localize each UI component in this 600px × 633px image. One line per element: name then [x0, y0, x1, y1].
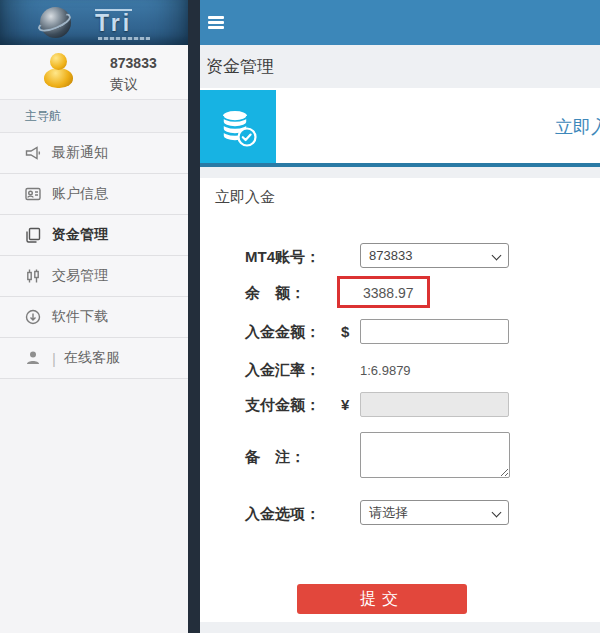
sidebar-item-label: 交易管理	[52, 267, 108, 285]
user-name: 黄议	[110, 76, 138, 94]
payment-amount-input	[360, 392, 509, 417]
tab-header: 立即入金	[200, 88, 600, 167]
payment-amount-label: 支付金额：	[245, 396, 320, 415]
deposit-amount-label: 入金金额：	[245, 323, 320, 342]
id-card-icon	[24, 185, 42, 203]
mt4-account-label: MT4账号：	[245, 248, 320, 267]
user-account-number: 873833	[110, 55, 157, 71]
deposit-rate-value: 1:6.9879	[360, 363, 411, 378]
sidebar-item-label: 在线客服	[64, 349, 120, 367]
page-titlebar: 资金管理	[200, 45, 600, 88]
deposit-amount-input[interactable]	[360, 319, 509, 344]
sidebar-item-support[interactable]: | 在线客服	[0, 338, 188, 379]
copy-pages-icon	[24, 226, 42, 244]
sidebar-item-downloads[interactable]: 软件下载	[0, 297, 188, 338]
topbar	[200, 0, 600, 45]
remark-label: 备 注：	[245, 448, 305, 467]
brand-name: Tri	[95, 9, 132, 35]
sidebar-item-label: 软件下载	[52, 308, 108, 326]
deposit-rate-label: 入金汇率：	[245, 361, 320, 380]
remark-textarea[interactable]	[360, 432, 510, 478]
nav-section-label: 主导航	[0, 100, 188, 133]
globe-logo-icon	[40, 7, 71, 38]
page-title: 资金管理	[206, 55, 274, 78]
megaphone-icon	[24, 144, 42, 162]
main-area: 资金管理 立即入金 立即入金 MT4账号：	[200, 0, 600, 633]
brand-tagline-bar	[98, 37, 150, 40]
deposit-option-select[interactable]: 请选择	[360, 500, 509, 525]
sidebar-item-trades[interactable]: 交易管理	[0, 256, 188, 297]
candlestick-chart-icon	[24, 267, 42, 285]
chevron-down-icon	[493, 252, 501, 260]
sidebar-item-label: 资金管理	[52, 226, 108, 244]
deposit-option-label: 入金选项：	[245, 505, 320, 524]
chevron-down-icon	[493, 509, 501, 517]
coins-check-icon	[200, 90, 276, 163]
balance-highlight-box: 3388.97	[337, 276, 430, 308]
download-circle-icon	[24, 308, 42, 326]
logo-bar: Tri	[0, 0, 188, 45]
dollar-prefix: $	[341, 323, 349, 340]
deposit-panel: 立即入金 MT4账号： 873833 余 额： 3388.97 入金金额： $ …	[200, 178, 600, 622]
person-icon	[24, 349, 42, 367]
tab-deposit-now[interactable]: 立即入金	[555, 115, 600, 139]
mt4-account-select[interactable]: 873833	[360, 243, 509, 268]
app-window: Tri 873833 黄议 主导航 最新通知 账户信息	[0, 0, 600, 633]
yuan-prefix: ¥	[341, 396, 349, 413]
sidebar-item-notifications[interactable]: 最新通知	[0, 133, 188, 174]
user-block: 873833 黄议	[0, 45, 188, 100]
label-divider: |	[52, 350, 56, 367]
balance-label: 余 额：	[245, 284, 305, 303]
sidebar-item-funds[interactable]: 资金管理	[0, 215, 188, 256]
sidebar-gutter	[188, 0, 200, 633]
sidebar: Tri 873833 黄议 主导航 最新通知 账户信息	[0, 0, 188, 633]
sidebar-item-label: 最新通知	[52, 144, 108, 162]
submit-button[interactable]: 提交	[297, 584, 467, 614]
mt4-account-value: 873833	[369, 248, 412, 263]
sidebar-item-label: 账户信息	[52, 185, 108, 203]
hamburger-icon[interactable]	[208, 16, 224, 29]
deposit-option-value: 请选择	[369, 505, 408, 520]
balance-value: 3388.97	[363, 285, 414, 301]
panel-heading: 立即入金	[215, 188, 275, 207]
sidebar-item-account-info[interactable]: 账户信息	[0, 174, 188, 215]
user-avatar	[42, 53, 76, 91]
